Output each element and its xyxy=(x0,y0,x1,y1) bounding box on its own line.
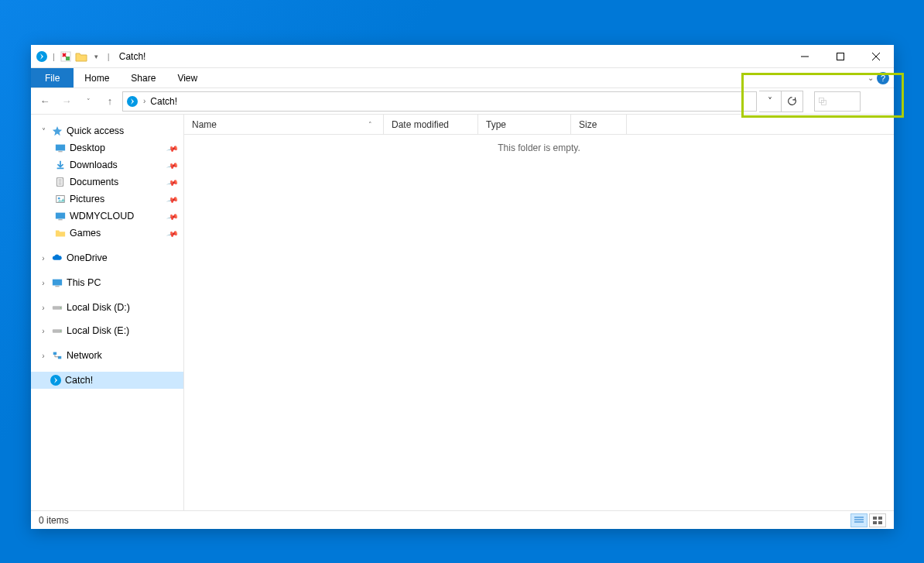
nav-onedrive[interactable]: › OneDrive xyxy=(31,249,183,266)
status-bar: 0 items xyxy=(31,510,894,529)
address-icon xyxy=(126,95,139,108)
nav-label: Local Disk (E:) xyxy=(67,325,129,336)
svg-rect-19 xyxy=(56,213,65,219)
nav-label: Pictures xyxy=(70,194,104,204)
back-button[interactable]: ← xyxy=(36,92,54,111)
chevron-right-icon[interactable]: › xyxy=(39,327,48,335)
drive-icon xyxy=(51,301,63,314)
svg-rect-34 xyxy=(878,517,882,520)
app-icon xyxy=(36,50,48,63)
column-size[interactable]: Size xyxy=(571,115,627,134)
svg-rect-20 xyxy=(58,219,62,220)
chevron-down-icon[interactable]: ˅ xyxy=(39,127,48,136)
nav-label: Documents xyxy=(70,177,118,187)
window-controls xyxy=(787,45,894,68)
svg-rect-10 xyxy=(56,145,65,151)
qat-properties-icon[interactable] xyxy=(60,50,72,63)
titlebar: | ▾ | Catch! xyxy=(31,45,894,68)
nav-group-network: › Network xyxy=(31,347,183,364)
chevron-right-icon[interactable]: › xyxy=(39,304,48,312)
titlebar-left: | ▾ | Catch! xyxy=(31,50,145,63)
address-bar[interactable]: › Catch! xyxy=(122,91,757,112)
empty-folder-message: This folder is empty. xyxy=(184,142,894,153)
svg-rect-33 xyxy=(873,517,877,520)
network-icon xyxy=(51,349,63,362)
column-date[interactable]: Date modified xyxy=(384,115,478,134)
pc-icon xyxy=(51,276,63,289)
chevron-right-icon[interactable]: › xyxy=(39,352,48,360)
recent-dropdown-icon[interactable]: ˅ xyxy=(79,92,98,111)
download-icon xyxy=(54,159,67,171)
nav-desktop[interactable]: Desktop 📌 xyxy=(31,139,183,156)
status-view-switch xyxy=(850,513,886,527)
nav-label: Catch! xyxy=(65,375,93,386)
pictures-icon xyxy=(54,193,67,205)
nav-drive-e[interactable]: › Local Disk (E:) xyxy=(31,322,183,339)
nav-pictures[interactable]: Pictures 📌 xyxy=(31,191,183,208)
thumbnails-view-button[interactable] xyxy=(869,513,886,527)
column-name[interactable]: Name ˄ xyxy=(184,115,384,134)
nav-group-drives: › Local Disk (D:) › Local Disk (E:) xyxy=(31,299,183,339)
svg-rect-22 xyxy=(55,286,59,287)
address-dropdown-button[interactable]: ˅ xyxy=(759,91,781,112)
qat-folder-icon[interactable] xyxy=(75,50,87,63)
svg-point-18 xyxy=(58,197,60,200)
nav-wdmycloud[interactable]: WDMYCLOUD 📌 xyxy=(31,208,183,225)
catch-icon xyxy=(50,374,62,386)
help-icon[interactable]: ? xyxy=(877,72,889,84)
tab-view[interactable]: View xyxy=(166,68,208,88)
pin-icon: 📌 xyxy=(166,159,179,171)
ribbon-expand-icon[interactable]: ⌄ xyxy=(868,74,874,82)
nav-downloads[interactable]: Downloads 📌 xyxy=(31,156,183,173)
forward-button[interactable]: → xyxy=(57,92,76,111)
nav-label: Network xyxy=(67,350,102,361)
tab-share[interactable]: Share xyxy=(120,68,166,88)
navigation-pane: ˅ Quick access Desktop 📌 Downloads 📌 Doc xyxy=(31,115,184,510)
column-headers: Name ˄ Date modified Type Size xyxy=(184,115,894,135)
explorer-window: | ▾ | Catch! File Home Share View ⌄ ? xyxy=(31,45,894,529)
nav-label: This PC xyxy=(67,277,101,288)
pin-icon: 📌 xyxy=(166,193,179,205)
nav-group-onedrive: › OneDrive xyxy=(31,249,183,266)
chevron-right-icon[interactable]: › xyxy=(39,254,48,263)
address-row: ← → ˅ ↑ › Catch! ˅ xyxy=(31,88,894,115)
close-button[interactable] xyxy=(858,45,894,68)
nav-label: Games xyxy=(70,228,101,239)
svg-rect-4 xyxy=(837,53,844,60)
status-item-count: 0 items xyxy=(39,515,69,526)
nav-catch[interactable]: Catch! xyxy=(31,372,183,389)
nav-games[interactable]: Games 📌 xyxy=(31,225,183,242)
pin-icon: 📌 xyxy=(166,142,179,154)
refresh-button[interactable] xyxy=(781,91,803,112)
tab-home[interactable]: Home xyxy=(74,68,120,88)
pin-icon: 📌 xyxy=(166,176,179,188)
nav-thispc[interactable]: › This PC xyxy=(31,274,183,291)
minimize-button[interactable] xyxy=(787,45,823,68)
column-type[interactable]: Type xyxy=(478,115,571,134)
nav-drive-d[interactable]: › Local Disk (D:) xyxy=(31,299,183,316)
up-button[interactable]: ↑ xyxy=(101,92,119,111)
chevron-right-icon[interactable]: › xyxy=(39,279,48,287)
maximize-button[interactable] xyxy=(823,45,858,68)
column-label: Name xyxy=(192,119,217,130)
nav-label: WDMYCLOUD xyxy=(70,211,134,221)
monitor-icon xyxy=(54,210,67,222)
address-crumb-label: Catch! xyxy=(150,96,177,107)
svg-rect-11 xyxy=(58,151,62,152)
sort-caret-icon: ˄ xyxy=(368,121,372,129)
qat-dropdown-icon[interactable]: ▾ xyxy=(91,50,103,63)
nav-label: Downloads xyxy=(70,160,118,170)
details-view-button[interactable] xyxy=(850,513,868,527)
search-input[interactable] xyxy=(814,91,861,112)
nav-quick-access[interactable]: ˅ Quick access xyxy=(31,122,183,139)
nav-label: OneDrive xyxy=(67,252,108,263)
address-crumb[interactable]: Catch! xyxy=(150,96,177,107)
content-pane: Name ˄ Date modified Type Size This fold… xyxy=(184,115,894,510)
tab-file[interactable]: File xyxy=(31,68,74,88)
nav-documents[interactable]: Documents 📌 xyxy=(31,173,183,191)
svg-rect-36 xyxy=(878,521,882,524)
address-root-chevron-icon[interactable]: › xyxy=(143,97,145,105)
nav-network[interactable]: › Network xyxy=(31,347,183,364)
svg-rect-35 xyxy=(873,521,877,524)
svg-rect-27 xyxy=(53,352,56,355)
